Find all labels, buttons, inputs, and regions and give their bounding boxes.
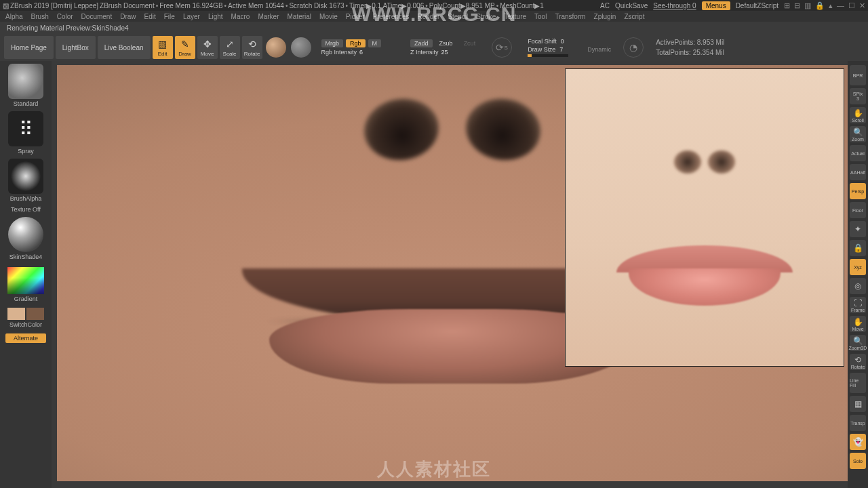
menu-texture[interactable]: Texture (504, 13, 526, 20)
zintensity-value[interactable]: 25 (441, 49, 448, 56)
menu-file[interactable]: File (164, 13, 175, 20)
minimize-icon[interactable]: — (837, 1, 844, 10)
quicksave-button[interactable]: QuickSave (615, 2, 648, 9)
home-button[interactable]: Home Page (4, 36, 54, 59)
matcap-preview-sphere[interactable] (291, 37, 311, 58)
menu-marker[interactable]: Marker (258, 13, 279, 20)
menu-tool[interactable]: Tool (534, 13, 547, 20)
columns-icon[interactable]: ▥ (804, 1, 811, 10)
canvas-area[interactable] (52, 61, 848, 488)
seethrough-slider[interactable]: See-through 0 (653, 2, 696, 9)
rotate-mode-button[interactable]: ⟲Rotate (242, 36, 262, 59)
title-bar: ▨ ZBrush 2019 [Dmitrij Leppee] ZBrush Do… (0, 0, 868, 11)
polyf-button[interactable]: ▦ (850, 396, 866, 412)
focal-shift-value[interactable]: 0 (561, 38, 564, 45)
maximize-icon[interactable]: ☐ (848, 1, 855, 10)
switchcolor-button[interactable]: SwitchColor (9, 321, 42, 328)
move-nav-button[interactable]: ✋Move (850, 316, 866, 332)
edit-mode-button[interactable]: ▧Edit (153, 36, 173, 59)
foreground-swatch[interactable] (7, 308, 25, 320)
spix-field[interactable]: SPix3 (850, 88, 866, 104)
zcut-toggle[interactable]: Zcut (460, 39, 480, 47)
actual-button[interactable]: Actual (850, 145, 866, 161)
menu-zscript[interactable]: Zscript (624, 13, 644, 20)
close-icon[interactable]: ✕ (859, 1, 865, 10)
stroke-label: Spray (18, 148, 34, 155)
menu-color[interactable]: Color (57, 13, 73, 20)
right-panel: BPR SPix3 ✋Scroll 🔍Zoom Actual AAHalf Pe… (848, 61, 868, 488)
draw-size-slider[interactable] (528, 54, 568, 57)
menu-brush[interactable]: Brush (31, 13, 49, 20)
brush-thumb[interactable] (8, 64, 43, 99)
scale-mode-button[interactable]: ⤢Scale (220, 36, 240, 59)
xyz-button[interactable]: Xyz (850, 259, 866, 275)
move-mode-button[interactable]: ✥Move (197, 36, 218, 59)
reference-image[interactable] (566, 69, 844, 366)
local-button[interactable]: ✦ (850, 221, 866, 237)
zsub-toggle[interactable]: Zsub (435, 39, 457, 47)
menu-alpha[interactable]: Alpha (5, 13, 23, 20)
menu-picker[interactable]: Picker (346, 13, 365, 20)
liveboolean-button[interactable]: Live Boolean (98, 36, 151, 59)
material-thumb[interactable] (8, 217, 43, 252)
menu-transform[interactable]: Transform (555, 13, 585, 20)
brush-knob[interactable]: ◔ (623, 37, 644, 58)
lightbox-button[interactable]: LightBox (56, 36, 96, 59)
bpr-button[interactable]: BPR (850, 65, 866, 85)
s-curve-knob[interactable]: ⟳S (492, 37, 512, 58)
linefill-button[interactable]: Line Fill (850, 373, 866, 393)
default-zscript-button[interactable]: DefaultZScript (736, 2, 778, 9)
persp-button[interactable]: Persp (850, 183, 866, 199)
color-picker[interactable] (7, 267, 44, 294)
rgb-intensity-value[interactable]: 6 (359, 49, 363, 56)
menu-zplugin[interactable]: Zplugin (594, 13, 616, 20)
menu-movie[interactable]: Movie (319, 13, 338, 20)
expand-left-icon[interactable]: ⊞ (784, 1, 790, 10)
rgb-toggle[interactable]: Rgb (346, 39, 366, 47)
stat: PolyCount▶8.951 MP (429, 2, 495, 9)
collapse-icon[interactable]: ▴ (829, 1, 833, 10)
rotate-nav-button[interactable]: ⟲Rotate (850, 354, 866, 370)
menus-toggle[interactable]: Menus (702, 1, 730, 10)
draw-icon: ✎ (181, 39, 189, 49)
lock-icon[interactable]: 🔒 (815, 1, 825, 10)
menu-document[interactable]: Document (81, 13, 113, 20)
menu-stencil[interactable]: Stencil (448, 13, 468, 20)
center-button[interactable]: ◎ (850, 278, 866, 294)
floor-button[interactable]: Floor (850, 202, 866, 218)
expand-right-icon[interactable]: ⊟ (794, 1, 800, 10)
background-swatch[interactable] (26, 308, 44, 320)
menu-material[interactable]: Material (288, 13, 312, 20)
zoom-button[interactable]: 🔍Zoom (850, 126, 866, 142)
menu-preferences[interactable]: Preferences (373, 13, 410, 20)
alpha-thumb[interactable] (8, 159, 43, 194)
menu-render[interactable]: Render (418, 13, 440, 20)
viewport[interactable] (57, 65, 848, 481)
ghost-button[interactable]: 👻 (850, 434, 866, 450)
draw-mode-button[interactable]: ✎Draw (175, 36, 195, 59)
frame-button[interactable]: ⛶Frame (850, 297, 866, 313)
menu-draw[interactable]: Draw (120, 13, 136, 20)
transp-button[interactable]: Transp (850, 415, 866, 431)
material-preview-sphere[interactable] (266, 37, 286, 58)
aahalf-button[interactable]: AAHalf (850, 164, 866, 180)
lock-button[interactable]: 🔒 (850, 240, 866, 256)
menu-stroke[interactable]: Stroke (476, 13, 496, 20)
draw-size-value[interactable]: 7 (559, 46, 563, 53)
solo-button[interactable]: Solo (850, 453, 866, 469)
zadd-toggle[interactable]: Zadd (410, 39, 433, 47)
alternate-button[interactable]: Alternate (5, 333, 46, 343)
menu-layer[interactable]: Layer (183, 13, 200, 20)
menu-edit[interactable]: Edit (144, 13, 156, 20)
stat: Scratch Disk 1673 (289, 2, 344, 9)
m-toggle[interactable]: M (368, 39, 382, 47)
stroke-thumb[interactable]: ⠿ (8, 111, 43, 146)
dynamic-toggle[interactable]: Dynamic (587, 46, 611, 53)
stat: Free Mem 16.924GB (159, 2, 222, 9)
menu-macro[interactable]: Macro (231, 13, 250, 20)
mrgb-toggle[interactable]: Mrgb (321, 39, 344, 47)
gradient-label[interactable]: Gradient (14, 296, 38, 302)
scroll-button[interactable]: ✋Scroll (850, 107, 866, 123)
zoom3d-button[interactable]: 🔍Zoom3D (850, 335, 866, 351)
menu-light[interactable]: Light (208, 13, 223, 20)
